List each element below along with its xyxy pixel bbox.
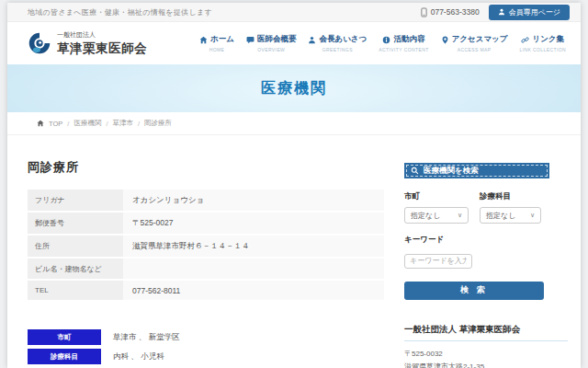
table-row: ビル名・建物名など <box>28 259 384 279</box>
breadcrumb-home-icon <box>37 120 44 127</box>
chevron-down-icon: ∨ <box>458 212 462 219</box>
home-icon <box>199 36 208 44</box>
page-banner: 医療機関 <box>7 64 581 112</box>
link-icon <box>521 36 529 44</box>
nav-item-home[interactable]: ホーム HOME <box>199 34 234 52</box>
site-header: 一般社団法人 草津栗東医師会 ホーム HOME 医師会概 <box>7 22 581 64</box>
logo-text: 一般社団法人 草津栗東医師会 <box>57 30 147 57</box>
table-row: TEL 077-562-8011 <box>28 281 384 300</box>
city-select[interactable]: 指定なし ∨ <box>404 207 469 224</box>
city-tag-value: 草津市 、 新堂学区 <box>113 332 180 343</box>
activity-icon <box>382 36 390 44</box>
page-title: 医療機関 <box>261 79 327 98</box>
search-button[interactable]: 検 索 <box>404 282 544 300</box>
site-tagline: 地域の皆さまへ医療・健康・福祉の情報を提供します <box>28 7 212 17</box>
footer-org-name: 一般社団法人 草津栗東医師会 <box>404 324 568 341</box>
phone-number: 077-563-3380 <box>431 7 480 17</box>
nav-item-access-map[interactable]: アクセスマップ ACCESS MAP <box>441 34 508 52</box>
department-field: 診療科目 指定なし ∨ <box>480 191 541 224</box>
overview-icon <box>246 36 254 44</box>
header-phone: 077-563-3380 <box>420 7 480 17</box>
search-icon <box>411 167 419 175</box>
nav-item-activity[interactable]: 活動内容 ACTIVITY CONTENT <box>379 34 428 52</box>
main-nav: ホーム HOME 医師会概要 OVERVIEW 会長あいさつ <box>199 34 566 52</box>
breadcrumb-top[interactable]: TOP <box>49 120 62 128</box>
clinic-detail: 岡診療所 フリガナ オカシンリョウショ 郵便番号 〒525-0027 住所 滋賀… <box>28 135 393 368</box>
sidebar: 医療機関を検索 市町 指定なし ∨ 診療科目 指定なし ∨ <box>404 135 568 368</box>
breadcrumb-medical[interactable]: 医療機関 <box>74 119 101 128</box>
access-map-icon <box>441 36 449 44</box>
clinic-tags: 市町 草津市 、 新堂学区 診療科目 内科 、 小児科 <box>28 329 393 364</box>
city-field-label: 市町 <box>404 191 469 202</box>
table-row: 郵便番号 〒525-0027 <box>28 213 384 234</box>
tag-row-city: 市町 草津市 、 新堂学区 <box>28 329 393 345</box>
breadcrumb: TOP / 医療機関 / 草津市 / 岡診療所 <box>7 112 581 135</box>
footer-info: 一般社団法人 草津栗東医師会 〒525-0032 滋賀県草津市大路2-1-35 … <box>404 324 568 368</box>
logo-icon <box>28 31 51 55</box>
mobile-phone-icon <box>420 7 428 17</box>
search-box-header[interactable]: 医療機関を検索 <box>404 163 549 178</box>
nav-item-links[interactable]: リンク集 LINK COLLECTION <box>520 34 566 52</box>
department-tag-value: 内科 、 小児科 <box>113 351 164 362</box>
person-icon <box>498 8 505 16</box>
city-field: 市町 指定なし ∨ <box>404 191 469 224</box>
content: 岡診療所 フリガナ オカシンリョウショ 郵便番号 〒525-0027 住所 滋賀… <box>7 135 581 368</box>
department-select[interactable]: 指定なし ∨ <box>480 207 541 224</box>
footer-postal: 〒525-0032 <box>404 348 568 361</box>
org-type: 一般社団法人 <box>57 30 147 40</box>
nav-item-greetings[interactable]: 会長あいさつ GREETINGS <box>308 34 367 52</box>
site-container: 地域の皆さまへ医療・健康・福祉の情報を提供します 077-563-3380 会員… <box>7 3 581 368</box>
table-row: フリガナ オカシンリョウショ <box>28 190 384 211</box>
chevron-down-icon: ∨ <box>530 212 535 219</box>
footer-address: 滋賀県草津市大路2-1-35 <box>404 361 568 368</box>
city-badge: 市町 <box>28 329 101 345</box>
breadcrumb-current: 岡診療所 <box>144 119 172 128</box>
clinic-detail-table: フリガナ オカシンリョウショ 郵便番号 〒525-0027 住所 滋賀県草津市野… <box>28 188 384 302</box>
search-fields: 市町 指定なし ∨ 診療科目 指定なし ∨ <box>404 191 568 224</box>
breadcrumb-city[interactable]: 草津市 <box>112 119 133 128</box>
greetings-icon <box>308 36 316 44</box>
nav-item-overview[interactable]: 医師会概要 OVERVIEW <box>246 34 297 52</box>
utility-bar: 地域の皆さまへ医療・健康・福祉の情報を提供します 077-563-3380 会員… <box>7 3 581 22</box>
clinic-name: 岡診療所 <box>28 159 393 176</box>
org-name: 草津栗東医師会 <box>57 41 147 55</box>
department-badge: 診療科目 <box>28 349 101 364</box>
tag-row-department: 診療科目 内科 、 小児科 <box>28 349 393 364</box>
keyword-input[interactable] <box>404 254 472 269</box>
table-row: 住所 滋賀県草津市野村６－１４－１４ <box>28 236 384 257</box>
site-logo[interactable]: 一般社団法人 草津栗東医師会 <box>28 30 147 57</box>
member-page-button[interactable]: 会員専用ページ <box>489 5 570 20</box>
keyword-label: キーワード <box>404 235 568 246</box>
department-field-label: 診療科目 <box>480 191 541 202</box>
